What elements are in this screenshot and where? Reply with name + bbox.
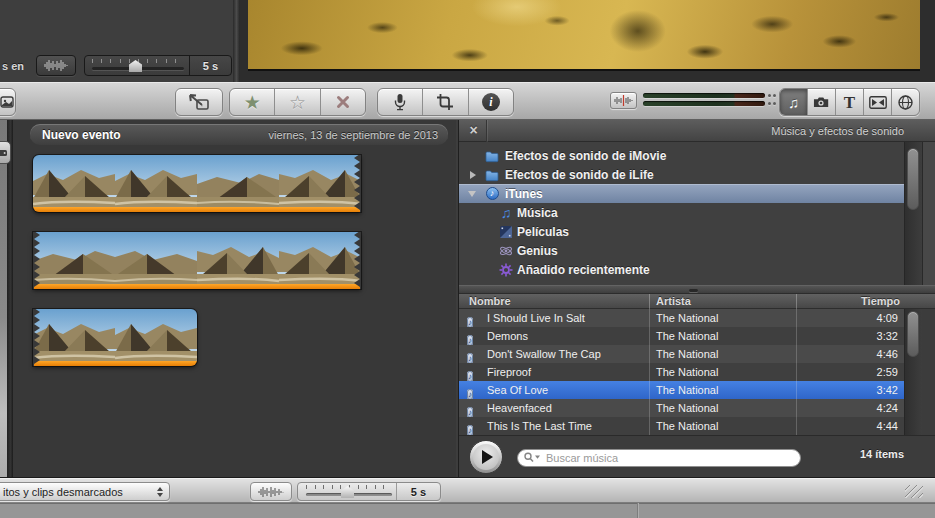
waveform-icon [257, 486, 285, 498]
song-artist: The National [656, 417, 718, 435]
video-clip-filmstrip[interactable] [33, 155, 361, 212]
event-browser-top-panel: s en 5 s [0, 0, 240, 82]
tree-item-peliculas[interactable]: Películas [459, 222, 904, 241]
drive-icon [0, 148, 7, 158]
tree-item-label: iTunes [505, 187, 543, 201]
clip-frame [197, 155, 279, 207]
clip-zoom-slider[interactable] [298, 483, 398, 500]
splitter-handle[interactable] [689, 289, 698, 292]
tree-item-genius[interactable]: Genius [459, 241, 904, 260]
tree-item-label: Genius [517, 244, 558, 258]
tree-item-label: Música [517, 206, 558, 220]
tree-item-label: Efectos de sonido de iLife [505, 168, 654, 182]
song-table-scrollbar-thumb[interactable] [907, 311, 919, 357]
clip-frame [279, 155, 361, 207]
microphone-icon [394, 93, 406, 111]
clip-zoom-slider[interactable] [85, 56, 191, 75]
column-header-time[interactable]: Tiempo [861, 294, 900, 309]
audio-level-meter-right [643, 101, 765, 106]
transitions-browser-button[interactable] [864, 89, 892, 115]
waveform-icon [43, 59, 69, 72]
song-table-scrollbar[interactable] [904, 309, 922, 435]
clip-frame [115, 232, 197, 284]
music-effects-footer: 14 ítems [459, 435, 935, 478]
info-button[interactable]: i [469, 89, 513, 115]
search-input[interactable] [517, 449, 801, 467]
audio-waveform-toggle-button[interactable] [250, 482, 292, 501]
tree-scrollbar-thumb[interactable] [907, 148, 919, 210]
song-time: 2:59 [877, 363, 898, 381]
song-artist: The National [656, 327, 718, 345]
edit-button-group: i [377, 88, 514, 116]
audio-level-meter-left [643, 93, 765, 98]
audio-skim-icon [614, 95, 633, 106]
favorite-button[interactable]: ★ [230, 89, 275, 115]
disclosure-expanded-icon[interactable] [468, 191, 476, 197]
reject-button[interactable] [321, 89, 365, 115]
tree-item-ilife-sound-effects[interactable]: Efectos de sonido de iLife [459, 165, 904, 184]
voiceover-button[interactable] [378, 89, 423, 115]
tree-item-musica[interactable]: ♫ Música [459, 203, 904, 222]
clip-frame [279, 232, 361, 284]
song-artist: The National [656, 309, 718, 327]
clip-frame [197, 232, 279, 284]
video-clip-filmstrip[interactable] [33, 232, 361, 289]
panel-divider [233, 0, 240, 82]
favorite-marker-bar [33, 207, 361, 212]
meter-peak-dot [773, 102, 776, 105]
disclosure-collapsed-icon[interactable] [470, 171, 476, 179]
song-row[interactable]: ♪ Demons The National 3:32 [459, 327, 904, 345]
globe-icon [898, 95, 913, 110]
add-to-project-button[interactable] [175, 88, 223, 116]
music-browser-button[interactable]: ♫ [780, 89, 808, 115]
song-row[interactable]: ♪ I Should Live In Salt The National 4:0… [459, 309, 904, 327]
column-header-artist[interactable]: Artista [656, 294, 691, 309]
audio-waveform-toggle-button[interactable] [36, 55, 76, 76]
music-effects-panel: × Música y efectos de sonido Efectos de … [458, 120, 935, 478]
clip-frame [115, 309, 197, 361]
song-time: 4:24 [877, 399, 898, 417]
column-header-name[interactable]: Nombre [469, 294, 511, 309]
column-divider [796, 309, 797, 435]
clip-continuation-edge [33, 309, 40, 366]
titles-browser-button[interactable]: T [836, 89, 864, 115]
crop-button[interactable] [423, 89, 468, 115]
picture-icon [0, 96, 14, 108]
tree-item-label: Añadido recientemente [517, 263, 650, 277]
camera-import-button[interactable] [0, 88, 16, 116]
marking-button-group: ★ ☆ [229, 88, 366, 116]
maps-browser-button[interactable] [892, 89, 919, 115]
window-resize-grip[interactable] [905, 485, 923, 498]
tree-table-splitter[interactable] [459, 285, 935, 294]
event-library-drive-button[interactable] [0, 141, 11, 164]
song-row[interactable]: ♪ Heavenfaced The National 4:24 [459, 399, 904, 417]
tree-item-itunes[interactable]: ♪ iTunes [459, 184, 904, 203]
unmark-button[interactable]: ☆ [275, 89, 320, 115]
play-button[interactable] [469, 440, 503, 474]
audio-skimming-button[interactable] [610, 92, 637, 109]
tree-scrollbar[interactable] [904, 142, 922, 285]
song-row[interactable]: ♪ This Is The Last Time The National 4:4… [459, 417, 904, 435]
text-tool-icon: T [844, 94, 855, 111]
song-name: This Is The Last Time [487, 417, 592, 435]
gear-icon [499, 263, 513, 277]
crop-icon [436, 93, 454, 111]
tree-item-recently-added[interactable]: Añadido recientemente [459, 260, 904, 279]
clip-filter-popup[interactable]: itos y clips desmarcados [0, 482, 170, 501]
play-icon [482, 450, 493, 464]
column-divider[interactable] [649, 294, 650, 309]
song-row[interactable]: ♪ Fireproof The National 2:59 [459, 363, 904, 381]
song-row-selected[interactable]: ♪ Sea Of Love The National 3:42 [459, 381, 904, 399]
close-button[interactable]: × [465, 122, 482, 139]
song-artist: The National [656, 399, 718, 417]
song-row[interactable]: ♪ Don't Swallow The Cap The National 4:4… [459, 345, 904, 363]
music-effects-header: × Música y efectos de sonido [459, 120, 935, 142]
clip-continuation-edge [33, 232, 40, 289]
photos-browser-button[interactable] [808, 89, 836, 115]
song-time: 3:32 [877, 327, 898, 345]
clip-zoom-value: 5 s [189, 56, 231, 75]
column-divider[interactable] [796, 294, 797, 309]
video-clip-filmstrip[interactable] [33, 309, 197, 366]
song-time: 4:44 [877, 417, 898, 435]
tree-item-imovie-sound-effects[interactable]: Efectos de sonido de iMovie [459, 146, 904, 165]
